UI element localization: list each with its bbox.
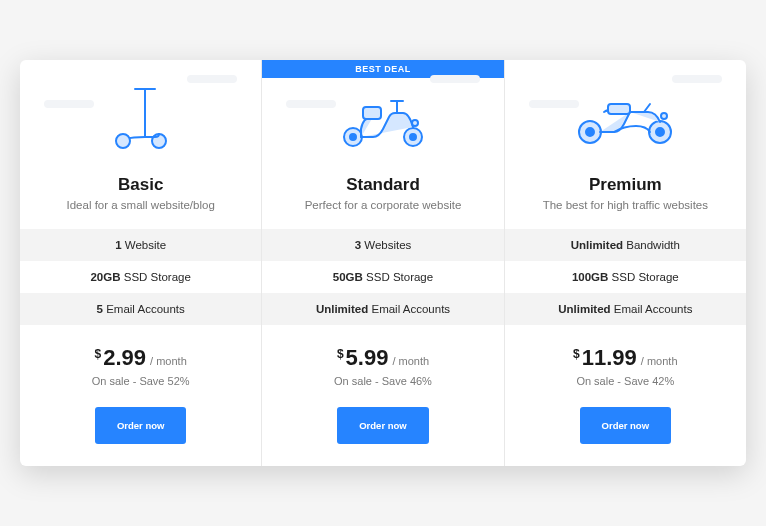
sale-text: On sale - Save 52% [92,375,190,387]
feature-item: 100GB SSD Storage [505,261,746,293]
sale-text: On sale - Save 46% [334,375,432,387]
feature-list: Unlimited Bandwidth 100GB SSD Storage Un… [505,229,746,325]
svg-point-2 [116,134,130,148]
feature-item: Unlimited Email Accounts [505,293,746,325]
price-section: $ 2.99 / month On sale - Save 52% [92,325,190,387]
svg-point-8 [410,134,416,140]
price-period: / month [150,355,187,367]
plan-subtitle: The best for high traffic websites [543,199,708,211]
scooter-icon [20,60,261,175]
svg-rect-6 [363,107,381,119]
svg-line-16 [644,104,650,112]
feature-item: Unlimited Bandwidth [505,229,746,261]
sale-text: On sale - Save 42% [573,375,677,387]
feature-list: 3 Websites 50GB SSD Storage Unlimited Em… [262,229,503,325]
price: 2.99 [103,345,146,371]
order-button[interactable]: Order now [95,407,187,444]
currency: $ [337,347,344,361]
motorcycle-icon [505,60,746,175]
plan-standard: BEST DEAL Standard Perfect for a corpora [262,60,504,466]
feature-item: Unlimited Email Accounts [262,293,503,325]
svg-point-10 [412,120,418,126]
plan-title: Premium [589,175,662,195]
svg-point-13 [586,128,594,136]
svg-point-9 [350,134,356,140]
plan-basic: Basic Ideal for a small website/blog 1 W… [20,60,262,466]
feature-item: 3 Websites [262,229,503,261]
price: 11.99 [582,345,637,371]
price-section: $ 5.99 / month On sale - Save 46% [334,325,432,387]
plan-subtitle: Perfect for a corporate website [305,199,462,211]
plan-title: Standard [346,175,420,195]
feature-item: 20GB SSD Storage [20,261,261,293]
order-button[interactable]: Order now [580,407,672,444]
plan-premium: Premium The best for high traffic websit… [505,60,746,466]
feature-item: 1 Website [20,229,261,261]
svg-rect-15 [608,104,630,114]
plan-subtitle: Ideal for a small website/blog [67,199,215,211]
order-button[interactable]: Order now [337,407,429,444]
feature-item: 50GB SSD Storage [262,261,503,293]
currency: $ [573,347,580,361]
price: 5.99 [346,345,389,371]
svg-point-17 [661,113,667,119]
price-period: / month [641,355,678,367]
pricing-table: Basic Ideal for a small website/blog 1 W… [20,60,746,466]
feature-list: 1 Website 20GB SSD Storage 5 Email Accou… [20,229,261,325]
currency: $ [95,347,102,361]
price-section: $ 11.99 / month On sale - Save 42% [573,325,677,387]
moped-icon [262,60,503,175]
plan-title: Basic [118,175,163,195]
feature-item: 5 Email Accounts [20,293,261,325]
svg-point-14 [656,128,664,136]
price-period: / month [392,355,429,367]
